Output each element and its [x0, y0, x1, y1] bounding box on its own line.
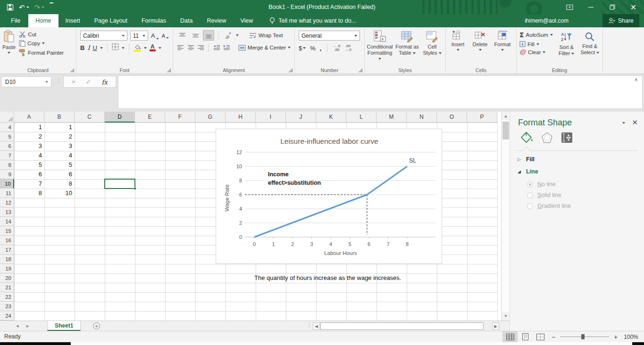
next-sheet-icon[interactable]: ▸: [26, 323, 29, 329]
cell-A4[interactable]: 1: [14, 123, 44, 132]
tab-data[interactable]: Data: [173, 14, 200, 27]
previous-sheet-icon[interactable]: ◂: [16, 323, 19, 329]
font-size-select[interactable]: 11: [130, 31, 148, 41]
add-sheet-button[interactable]: +: [93, 322, 100, 329]
increase-decimal-button[interactable]: ←.0.00: [333, 44, 340, 52]
scroll-down-icon[interactable]: ▼: [502, 312, 510, 320]
fill-color-dropdown-icon[interactable]: [144, 47, 147, 49]
column-header-M[interactable]: M: [376, 112, 407, 123]
clipboard-dialog-launcher[interactable]: [70, 68, 74, 72]
account-email[interactable]: ihimem@aol.com: [525, 14, 569, 27]
ribbon-display-options-button[interactable]: [559, 0, 580, 14]
name-box[interactable]: D10: [1, 76, 51, 87]
format-as-table-button[interactable]: Format as Table: [394, 28, 420, 66]
column-header-E[interactable]: E: [135, 112, 165, 123]
insert-function-icon[interactable]: fx: [101, 78, 108, 86]
fill-color-button[interactable]: [134, 44, 141, 52]
row-header-15[interactable]: 15: [0, 226, 14, 236]
row-header-8[interactable]: 8: [0, 160, 14, 170]
row-header-14[interactable]: 14: [0, 217, 14, 226]
hscroll-left-icon[interactable]: ◀: [313, 322, 320, 330]
column-header-B[interactable]: B: [44, 112, 75, 123]
cell-styles-button[interactable]: Cell Styles: [420, 28, 444, 66]
row-header-9[interactable]: 9: [0, 170, 14, 179]
row-header-21[interactable]: 21: [0, 283, 14, 292]
tab-home[interactable]: Home: [28, 14, 58, 27]
cell-B11[interactable]: 10: [44, 189, 75, 198]
orientation-button[interactable]: ab: [223, 31, 233, 40]
cell-A11[interactable]: 8: [14, 189, 44, 198]
decrease-indent-button[interactable]: [213, 43, 220, 52]
undo-button[interactable]: ↶: [19, 4, 29, 11]
zoom-in-icon[interactable]: +: [610, 333, 621, 341]
find-select-button[interactable]: Find & Select: [578, 30, 602, 56]
zoom-slider-thumb[interactable]: [581, 334, 585, 339]
column-header-D[interactable]: D: [105, 112, 135, 123]
cell-B5[interactable]: 2: [44, 132, 75, 141]
sort-filter-button[interactable]: AZ Sort & Filter: [555, 30, 578, 56]
pane-dropdown-icon[interactable]: [622, 122, 625, 124]
cell-A5[interactable]: 2: [14, 132, 44, 141]
conditional-formatting-button[interactable]: ≠ Conditional Formatting: [366, 28, 394, 66]
format-cells-button[interactable]: Format: [491, 28, 514, 66]
restore-button[interactable]: [602, 0, 623, 14]
fill-handle[interactable]: [134, 187, 136, 190]
merge-center-button[interactable]: Merge & Center: [238, 45, 291, 51]
borders-dropdown-icon[interactable]: [122, 47, 125, 49]
bottom-align-button[interactable]: [203, 31, 214, 40]
font-dialog-launcher[interactable]: [167, 68, 171, 72]
normal-view-button[interactable]: [502, 331, 518, 342]
align-center-button[interactable]: [187, 43, 194, 52]
redo-button[interactable]: ↷: [34, 4, 45, 11]
number-dialog-launcher[interactable]: [359, 68, 362, 72]
column-header-A[interactable]: A: [14, 112, 44, 123]
number-format-select[interactable]: General: [299, 31, 360, 41]
row-header-11[interactable]: 11: [0, 189, 14, 198]
column-header-O[interactable]: O: [437, 112, 467, 123]
cell-A6[interactable]: 3: [14, 141, 44, 151]
column-header-F[interactable]: F: [165, 112, 195, 123]
row-header-22[interactable]: 22: [0, 292, 14, 302]
tab-view[interactable]: View: [233, 14, 260, 27]
tab-review[interactable]: Review: [200, 14, 233, 27]
underline-dropdown-icon[interactable]: [100, 47, 103, 49]
grow-font-button[interactable]: A: [151, 32, 159, 39]
paste-button[interactable]: Paste: [1, 28, 17, 56]
save-button[interactable]: [7, 4, 14, 11]
column-header-K[interactable]: K: [316, 112, 346, 123]
row-header-10[interactable]: 10: [0, 179, 14, 189]
copy-button[interactable]: Copy: [19, 40, 64, 47]
formula-input[interactable]: ∧: [118, 75, 643, 109]
page-break-view-button[interactable]: [533, 331, 548, 342]
vertical-scroll-track[interactable]: [502, 120, 510, 312]
fill-section-header[interactable]: ▷Fill: [518, 156, 535, 163]
minimize-button[interactable]: [580, 0, 602, 14]
font-family-select[interactable]: Calibri: [80, 31, 127, 41]
column-header-H[interactable]: H: [226, 112, 256, 123]
option-no-line[interactable]: No line: [527, 181, 571, 188]
scroll-up-icon[interactable]: ▲: [502, 112, 510, 120]
fill-line-tab[interactable]: [520, 131, 533, 145]
customize-quick-access-button[interactable]: [50, 3, 54, 11]
cell-A9[interactable]: 6: [14, 170, 44, 179]
vertical-scroll-thumb[interactable]: [502, 122, 509, 140]
cell-B8[interactable]: 5: [44, 160, 75, 170]
hscroll-right-icon[interactable]: ▶: [492, 322, 499, 330]
row-header-4[interactable]: 4: [0, 123, 14, 132]
top-align-button[interactable]: [177, 31, 187, 40]
row-header-17[interactable]: 17: [0, 245, 14, 255]
tell-me-box[interactable]: Tell me what you want to do...: [269, 14, 356, 27]
row-header-7[interactable]: 7: [0, 151, 14, 160]
row-header-6[interactable]: 6: [0, 141, 14, 151]
enter-icon[interactable]: ✓: [86, 78, 91, 85]
delete-cells-button[interactable]: Delete: [469, 28, 491, 66]
cell-A7[interactable]: 4: [14, 151, 44, 160]
row-header-19[interactable]: 19: [0, 264, 14, 273]
tab-file[interactable]: File: [3, 14, 28, 27]
page-layout-view-button[interactable]: [518, 331, 533, 342]
clear-button[interactable]: Clear: [519, 49, 553, 55]
fill-button[interactable]: Fill: [519, 41, 553, 47]
cancel-icon[interactable]: ×: [72, 78, 75, 85]
cell-B7[interactable]: 4: [44, 151, 75, 160]
pane-close-icon[interactable]: ✕: [632, 118, 638, 127]
